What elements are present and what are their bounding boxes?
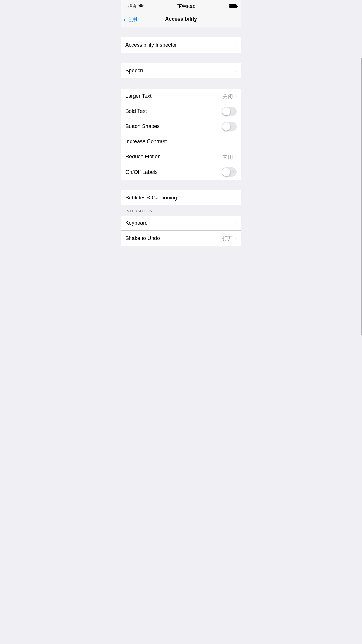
reduce-motion-row[interactable]: Reduce Motion 关闭 › xyxy=(121,149,241,164)
increase-contrast-label: Increase Contrast xyxy=(125,139,167,145)
interaction-group: Keyboard › Shake to Undo 打开 › xyxy=(121,216,241,246)
speech-group: Speech › xyxy=(121,63,241,78)
button-shapes-toggle-knob xyxy=(222,123,230,131)
reduce-motion-label: Reduce Motion xyxy=(125,154,161,160)
subtitles-chevron: › xyxy=(235,195,237,200)
on-off-labels-right: ○ xyxy=(222,167,237,177)
keyboard-row[interactable]: Keyboard › xyxy=(121,216,241,231)
speech-right: › xyxy=(235,68,237,73)
shake-to-undo-value: 打开 xyxy=(222,235,233,242)
reduce-motion-value: 关闭 xyxy=(222,153,233,160)
svg-point-0 xyxy=(141,7,142,8)
back-label: 通用 xyxy=(127,16,137,23)
settings-content: Accessibility Inspector › Speech › Large… xyxy=(121,27,241,258)
bold-text-right xyxy=(222,107,237,116)
increase-contrast-chevron: › xyxy=(235,139,237,144)
back-chevron-icon: ‹ xyxy=(124,16,126,22)
speech-label: Speech xyxy=(125,68,143,74)
shake-to-undo-right: 打开 › xyxy=(222,235,237,242)
wifi-icon xyxy=(138,4,144,9)
section-gap-4 xyxy=(121,180,241,190)
larger-text-value: 关闭 xyxy=(222,93,233,100)
larger-text-label: Larger Text xyxy=(125,93,152,99)
larger-text-row[interactable]: Larger Text 关闭 › xyxy=(121,89,241,104)
on-off-labels-label: On/Off Labels xyxy=(125,169,158,175)
bold-text-row[interactable]: Bold Text xyxy=(121,104,241,119)
accessibility-inspector-group: Accessibility Inspector › xyxy=(121,37,241,52)
keyboard-label: Keyboard xyxy=(125,220,148,226)
shake-to-undo-label: Shake to Undo xyxy=(125,235,160,242)
keyboard-chevron: › xyxy=(235,220,237,226)
larger-text-right: 关闭 › xyxy=(222,93,237,100)
on-off-labels-toggle-knob xyxy=(222,168,230,176)
section-gap-top xyxy=(121,27,241,37)
button-shapes-right xyxy=(222,122,237,131)
bold-text-toggle[interactable] xyxy=(222,107,237,116)
section-gap-3 xyxy=(121,78,241,89)
page-title: Accessibility xyxy=(165,16,197,22)
carrier-label: 运营商 xyxy=(125,4,137,9)
subtitles-group: Subtitles & Captioning › xyxy=(121,190,241,205)
speech-chevron: › xyxy=(235,68,237,73)
increase-contrast-row[interactable]: Increase Contrast › xyxy=(121,134,241,149)
bold-text-label: Bold Text xyxy=(125,108,147,114)
section-gap-2 xyxy=(121,52,241,63)
bottom-padding xyxy=(121,246,241,258)
on-off-labels-toggle[interactable]: ○ xyxy=(222,167,237,177)
keyboard-right: › xyxy=(235,220,237,226)
subtitles-label: Subtitles & Captioning xyxy=(125,195,177,201)
reduce-motion-right: 关闭 › xyxy=(222,153,237,160)
nav-bar: ‹ 通用 Accessibility xyxy=(121,12,241,27)
reduce-motion-chevron: › xyxy=(235,154,237,160)
interaction-label-text: INTERACTION xyxy=(125,209,153,213)
vision-group: Larger Text 关闭 › Bold Text Button Shapes xyxy=(121,89,241,180)
accessibility-inspector-chevron: › xyxy=(235,42,237,48)
button-shapes-toggle[interactable] xyxy=(222,122,237,131)
status-time: 下午9:52 xyxy=(177,4,195,9)
speech-row[interactable]: Speech › xyxy=(121,63,241,78)
battery-icon xyxy=(229,4,237,8)
shake-to-undo-chevron: › xyxy=(235,236,237,241)
button-shapes-label: Button Shapes xyxy=(125,123,160,130)
accessibility-inspector-right: › xyxy=(235,42,237,48)
subtitles-right: › xyxy=(235,195,237,200)
nav-back-button[interactable]: ‹ 通用 xyxy=(124,16,137,23)
toggle-o-label: ○ xyxy=(233,170,235,174)
subtitles-row[interactable]: Subtitles & Captioning › xyxy=(121,190,241,205)
shake-to-undo-row[interactable]: Shake to Undo 打开 › xyxy=(121,231,241,246)
status-bar: 运营商 下午9:52 xyxy=(121,0,241,12)
larger-text-chevron: › xyxy=(235,94,237,99)
interaction-section-label: INTERACTION xyxy=(121,205,241,216)
increase-contrast-right: › xyxy=(235,139,237,144)
on-off-labels-row[interactable]: On/Off Labels ○ xyxy=(121,164,241,180)
status-right xyxy=(229,4,237,8)
button-shapes-row[interactable]: Button Shapes xyxy=(121,119,241,134)
accessibility-inspector-row[interactable]: Accessibility Inspector › xyxy=(121,37,241,52)
status-left: 运营商 xyxy=(125,4,144,9)
bold-text-toggle-knob xyxy=(222,107,230,116)
accessibility-inspector-label: Accessibility Inspector xyxy=(125,42,177,48)
